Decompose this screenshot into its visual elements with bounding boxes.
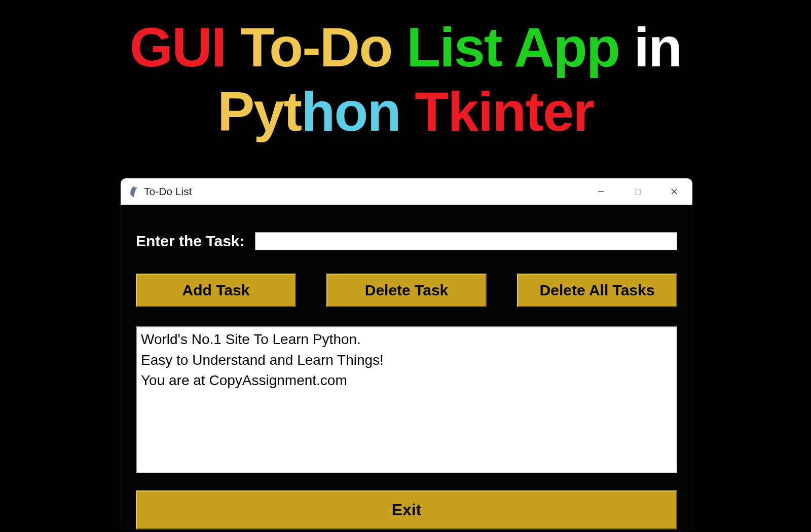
task-input[interactable] — [255, 232, 678, 250]
banner-word-list: List — [407, 16, 502, 78]
banner-word-in: in — [634, 16, 681, 78]
window-body: Enter the Task: Add Task Delete Task Del… — [121, 232, 692, 529]
task-input-label: Enter the Task: — [136, 233, 245, 250]
tkinter-feather-icon — [129, 186, 139, 197]
button-row: Add Task Delete Task Delete All Tasks — [136, 274, 677, 307]
delete-task-button[interactable]: Delete Task — [326, 274, 487, 307]
app-window: To-Do List Enter the Task: Add Task Dele… — [121, 178, 692, 529]
delete-all-tasks-button[interactable]: Delete All Tasks — [517, 274, 677, 307]
page-banner: GUI To-Do List App in Python Tkinter — [0, 0, 811, 143]
banner-word-todo: To-Do — [240, 16, 392, 78]
exit-button[interactable]: Exit — [136, 490, 677, 529]
window-controls — [583, 178, 692, 205]
list-item[interactable]: Easy to Understand and Learn Things! — [141, 350, 672, 371]
input-row: Enter the Task: — [136, 232, 677, 250]
banner-word-pyt: Pyt — [217, 80, 301, 142]
banner-word-app: App — [514, 16, 619, 78]
maximize-button[interactable] — [619, 178, 656, 205]
window-title: To-Do List — [144, 185, 192, 198]
banner-word-hon: hon — [301, 80, 400, 142]
banner-word-tkinter: Tkinter — [415, 80, 594, 142]
list-item[interactable]: World's No.1 Site To Learn Python. — [141, 329, 672, 350]
svg-rect-1 — [635, 189, 640, 194]
add-task-button[interactable]: Add Task — [136, 274, 296, 307]
titlebar[interactable]: To-Do List — [121, 178, 692, 205]
close-button[interactable] — [656, 178, 692, 205]
minimize-button[interactable] — [583, 178, 619, 205]
list-item[interactable]: You are at CopyAssignment.com — [141, 370, 672, 391]
banner-word-gui: GUI — [130, 16, 226, 78]
task-listbox[interactable]: World's No.1 Site To Learn Python. Easy … — [136, 326, 677, 473]
